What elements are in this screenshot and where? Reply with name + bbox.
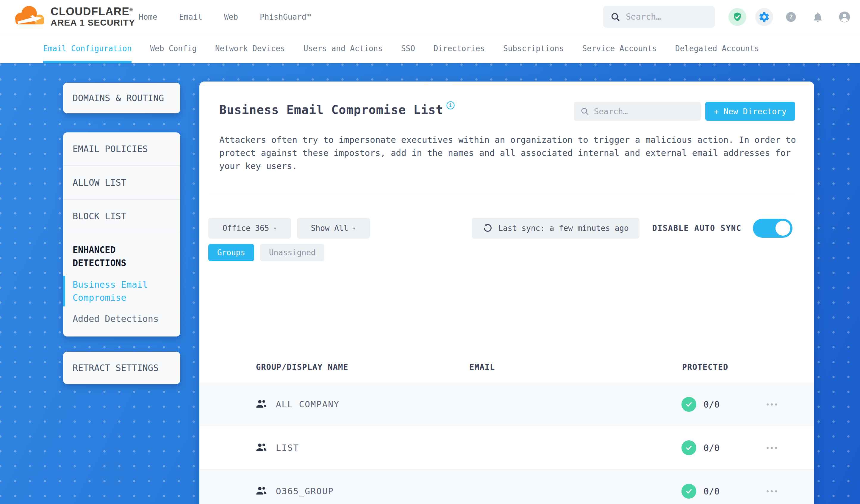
show-filter-dropdown[interactable]: Show All▾ <box>297 218 370 239</box>
list-search-input[interactable] <box>594 107 683 116</box>
sidebar-item-block-list[interactable]: BLOCK LIST <box>63 200 180 233</box>
global-search-input[interactable] <box>626 12 703 22</box>
tab-subscriptions[interactable]: Subscriptions <box>503 34 564 63</box>
protected-badge <box>682 397 696 412</box>
table-header: GROUP/DISPLAY NAME EMAIL PROTECTED <box>199 358 814 377</box>
page-description: Attackers often try to impersonate execu… <box>219 133 798 173</box>
refresh-icon <box>483 223 493 233</box>
list-search[interactable] <box>574 102 701 121</box>
sidebar-item-enhanced-detections[interactable]: ENHANCED DETECTIONS <box>73 243 171 269</box>
svg-text:i: i <box>449 103 452 108</box>
top-bar: CLOUDFLARE® AREA 1 SECURITY Home Email W… <box>0 0 860 34</box>
nav-item-email[interactable]: Email <box>179 13 202 21</box>
chevron-down-icon: ▾ <box>273 225 277 232</box>
bell-icon <box>812 11 824 23</box>
table-row[interactable]: LIST 0/0 ••• <box>199 426 814 470</box>
auto-sync-toggle[interactable] <box>753 219 792 238</box>
row-menu-button[interactable]: ••• <box>766 443 779 452</box>
nav-item-phishguard[interactable]: PhishGuard™ <box>260 13 311 21</box>
tab-sso[interactable]: SSO <box>401 34 415 63</box>
tab-users-and-actions[interactable]: Users and Actions <box>303 34 383 63</box>
row-menu-button[interactable]: ••• <box>766 400 779 409</box>
notifications-button[interactable] <box>809 8 827 26</box>
table-row[interactable]: ALL COMPANY 0/0 ••• <box>199 383 814 426</box>
settings-button[interactable] <box>755 8 773 26</box>
column-email: EMAIL <box>469 362 495 372</box>
tab-network-devices[interactable]: Network Devices <box>215 34 285 63</box>
sidebar-item-business-email-compromise[interactable]: Business Email Compromise <box>73 278 171 304</box>
content-background: DOMAINS & ROUTING EMAIL POLICIES ALLOW L… <box>0 63 860 504</box>
global-search[interactable] <box>603 6 715 28</box>
sidebar-item-domains-routing[interactable]: DOMAINS & ROUTING <box>63 83 180 113</box>
search-icon <box>580 107 589 116</box>
tab-unassigned[interactable]: Unassigned <box>260 244 325 261</box>
sidebar-item-allow-list[interactable]: ALLOW LIST <box>63 166 180 200</box>
registered-mark: ® <box>129 7 133 12</box>
directory-filter-dropdown[interactable]: Office 365▾ <box>208 218 291 239</box>
sidebar-item-email-policies[interactable]: EMAIL POLICIES <box>63 132 180 166</box>
check-icon <box>685 400 693 408</box>
brand-subtitle: AREA 1 SECURITY <box>51 17 135 28</box>
table-row[interactable]: O365_GROUP 0/0 ••• <box>199 470 814 504</box>
svg-text:?: ? <box>789 13 793 21</box>
chevron-down-icon: ▾ <box>352 225 356 232</box>
user-icon <box>838 11 851 24</box>
tab-groups[interactable]: Groups <box>208 244 254 261</box>
column-group-display-name: GROUP/DISPLAY NAME <box>256 362 348 372</box>
section-tabs: Email Configuration Web Config Network D… <box>0 34 860 63</box>
search-icon <box>610 12 620 22</box>
shield-check-icon <box>732 12 743 22</box>
brand-name: CLOUDFLARE® <box>51 6 135 18</box>
group-icon <box>255 486 267 496</box>
app-window: CLOUDFLARE® AREA 1 SECURITY Home Email W… <box>0 0 860 504</box>
page-title: Business Email Compromise Listi <box>219 103 452 117</box>
nav-item-web[interactable]: Web <box>224 13 238 21</box>
group-icon <box>255 399 267 410</box>
primary-nav: Home Email Web PhishGuard™ <box>139 0 311 34</box>
check-icon <box>685 487 693 495</box>
last-sync-button[interactable]: Last sync: a few minutes ago <box>472 218 640 239</box>
nav-item-home[interactable]: Home <box>139 13 157 21</box>
main-panel: Business Email Compromise Listi + New Di… <box>199 82 814 504</box>
tab-directories[interactable]: Directories <box>433 34 485 63</box>
tab-service-accounts[interactable]: Service Accounts <box>582 34 657 63</box>
cloudflare-cloud-icon <box>12 2 48 31</box>
account-button[interactable] <box>835 8 854 26</box>
tab-email-configuration[interactable]: Email Configuration <box>43 34 131 63</box>
tab-delegated-accounts[interactable]: Delegated Accounts <box>675 34 759 63</box>
check-icon <box>685 444 693 452</box>
tab-web-config[interactable]: Web Config <box>150 34 197 63</box>
gear-icon <box>758 11 770 23</box>
group-icon <box>255 443 267 453</box>
auto-sync-label: DISABLE AUTO SYNC <box>652 218 742 239</box>
row-menu-button[interactable]: ••• <box>766 487 779 496</box>
sidebar-item-added-detections[interactable]: Added Detections <box>73 314 171 324</box>
divider <box>208 194 795 194</box>
new-directory-button[interactable]: + New Directory <box>705 102 795 121</box>
protected-badge <box>682 484 696 499</box>
info-icon[interactable]: i <box>446 99 455 113</box>
column-protected: PROTECTED <box>682 362 728 372</box>
security-status-button[interactable] <box>729 8 746 26</box>
help-button[interactable]: ? <box>782 8 800 26</box>
question-icon: ? <box>785 11 798 24</box>
protected-badge <box>682 440 696 455</box>
sidebar-item-retract-settings[interactable]: RETRACT SETTINGS <box>63 352 180 384</box>
cloudflare-logo[interactable]: CLOUDFLARE® AREA 1 SECURITY <box>12 2 135 31</box>
